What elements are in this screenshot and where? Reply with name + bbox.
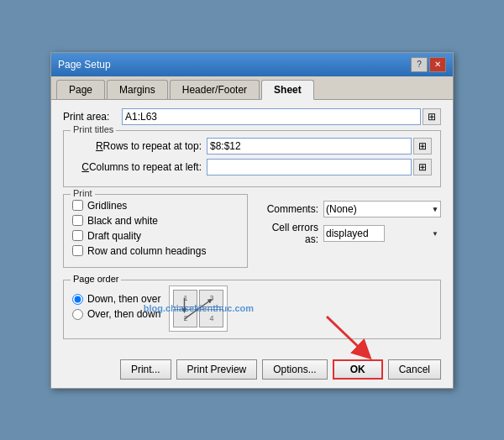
- cancel-button[interactable]: Cancel: [388, 359, 441, 380]
- print-titles-group: Print titles RRows to repeat at top: ⊞ C…: [63, 130, 441, 187]
- rows-repeat-input[interactable]: [207, 138, 412, 155]
- down-then-over-label: Down, then over: [87, 293, 160, 305]
- tab-margins[interactable]: Margins: [107, 80, 168, 99]
- bottom-buttons: Print... Print Preview Options... OK Can…: [51, 354, 453, 388]
- cell-errors-select[interactable]: displayed --blank-- -- #N/A: [323, 225, 385, 242]
- draft-quality-checkbox[interactable]: [72, 230, 83, 241]
- cell-errors-row: Cell errors as: displayed --blank-- -- #…: [256, 222, 441, 245]
- page-order-group: Page order Down, then over Over, then do…: [63, 280, 441, 339]
- tab-bar: Page Margins Header/Footer Sheet: [51, 76, 453, 100]
- print-comments-section: Print Gridlines Black and white Draft qu…: [63, 194, 441, 275]
- options-button[interactable]: Options...: [262, 359, 327, 380]
- black-white-row: Black and white: [72, 215, 239, 227]
- title-bar-buttons: ? ✕: [411, 57, 446, 72]
- page-setup-dialog: Page Setup ? ✕ Page Margins Header/Foote…: [50, 52, 454, 389]
- row-col-headings-row: Row and column headings: [72, 245, 239, 257]
- draft-quality-row: Draft quality: [72, 230, 239, 242]
- over-then-down-label: Over, then down: [87, 308, 160, 320]
- print-area-icon-btn[interactable]: ⊞: [423, 108, 441, 125]
- title-bar: Page Setup ? ✕: [51, 53, 453, 76]
- gridlines-row: Gridlines: [72, 200, 239, 212]
- print-area-icon: ⊞: [428, 111, 436, 123]
- print-area-row: Print area: ⊞: [63, 108, 441, 125]
- print-button[interactable]: Print...: [120, 359, 171, 380]
- draft-quality-label: Draft quality: [87, 230, 141, 242]
- cell-errors-label: Cell errors as:: [256, 222, 323, 245]
- over-then-down-radio[interactable]: [72, 309, 83, 320]
- cell-errors-select-wrapper: displayed --blank-- -- #N/A: [323, 225, 441, 242]
- comments-select-wrapper: (None) At end of sheet As displayed on s…: [323, 201, 441, 217]
- cols-repeat-input[interactable]: [207, 159, 412, 175]
- rows-repeat-row: RRows to repeat at top: ⊞: [72, 138, 432, 155]
- gridlines-label: Gridlines: [87, 200, 127, 212]
- print-area-input[interactable]: [122, 108, 421, 125]
- rows-repeat-icon-btn[interactable]: ⊞: [413, 138, 432, 155]
- help-button[interactable]: ?: [411, 57, 428, 72]
- rows-repeat-label: RRows to repeat at top:: [72, 140, 207, 152]
- tab-sheet[interactable]: Sheet: [261, 80, 314, 100]
- comments-select[interactable]: (None) At end of sheet As displayed on s…: [323, 201, 441, 217]
- comments-label: Comments:: [256, 203, 323, 215]
- order-cell-2: 3: [199, 290, 223, 308]
- down-then-over-radio[interactable]: [72, 294, 83, 305]
- order-cell-1: 1: [173, 290, 197, 308]
- dialog-content: Print area: ⊞ Print titles RRows to repe…: [51, 100, 453, 354]
- cols-repeat-row: CColumns to repeat at left: ⊞: [72, 159, 432, 175]
- down-then-over-row: Down, then over: [72, 293, 160, 305]
- gridlines-checkbox[interactable]: [72, 200, 83, 211]
- print-group: Print Gridlines Black and white Draft qu…: [63, 194, 248, 268]
- cols-repeat-icon-btn[interactable]: ⊞: [413, 159, 432, 175]
- order-diagram-wrapper: 1 3 2 4: [169, 285, 228, 332]
- tab-header-footer[interactable]: Header/Footer: [170, 80, 260, 99]
- print-group-label: Print: [71, 188, 95, 198]
- close-button[interactable]: ✕: [429, 57, 446, 72]
- order-cell-4: 4: [199, 309, 223, 327]
- dialog-title: Page Setup: [58, 59, 111, 71]
- comments-row: Comments: (None) At end of sheet As disp…: [256, 201, 441, 217]
- ok-button[interactable]: OK: [333, 359, 383, 380]
- comments-cell-errors-section: Comments: (None) At end of sheet As disp…: [256, 194, 441, 275]
- print-area-label: Print area:: [63, 111, 122, 123]
- cols-repeat-label: CColumns to repeat at left:: [72, 161, 207, 173]
- rows-icon: ⊞: [418, 140, 427, 152]
- row-col-headings-label: Row and column headings: [87, 245, 206, 257]
- page-order-label: Page order: [71, 274, 121, 284]
- page-order-radios: Down, then over Over, then down: [72, 293, 160, 323]
- order-diagram: 1 3 2 4: [169, 285, 228, 332]
- cols-icon: ⊞: [418, 161, 427, 173]
- black-white-label: Black and white: [87, 215, 158, 227]
- page-order-content: Down, then over Over, then down 1 3 2 4: [72, 285, 432, 332]
- row-col-headings-checkbox[interactable]: [72, 245, 83, 256]
- black-white-checkbox[interactable]: [72, 215, 83, 226]
- order-cell-3: 2: [173, 309, 197, 327]
- over-then-down-row: Over, then down: [72, 308, 160, 320]
- print-preview-button[interactable]: Print Preview: [176, 359, 258, 380]
- print-titles-label: Print titles: [71, 124, 116, 134]
- tab-page[interactable]: Page: [56, 80, 105, 99]
